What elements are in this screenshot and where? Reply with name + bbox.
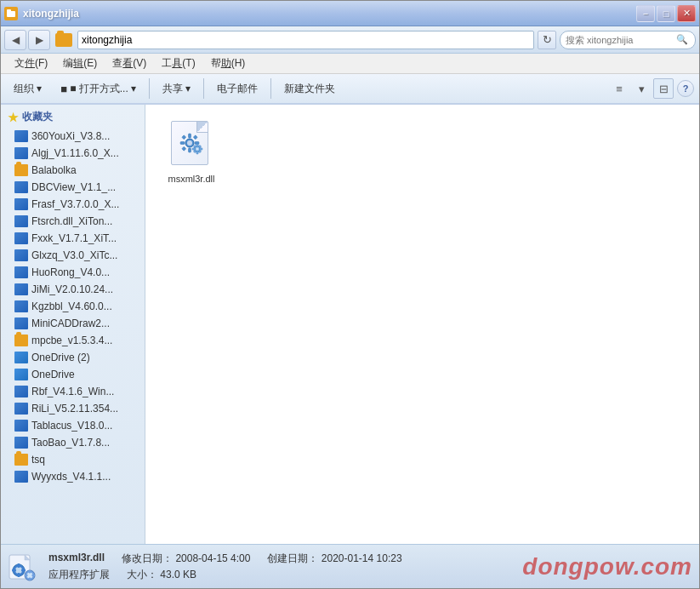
- svg-point-13: [196, 147, 199, 151]
- sidebar-item-rili[interactable]: RiLi_V5.2.11.354...: [1, 400, 145, 417]
- svg-point-31: [27, 572, 33, 578]
- menu-view[interactable]: 查看(V): [105, 54, 153, 72]
- nav-buttons: ◀ ▶: [4, 30, 50, 50]
- sidebar-item-dbcview[interactable]: DBCView_V1.1_...: [1, 179, 145, 196]
- file-name: msxml3r.dll: [168, 173, 214, 185]
- status-line-1: msxml3r.dll 修改日期： 2008-04-15 4:00 创建日期： …: [48, 552, 512, 566]
- sidebar-item-balabolka[interactable]: Balabolka: [1, 162, 145, 179]
- title-bar-controls: − □ ✕: [636, 5, 696, 22]
- status-info: msxml3r.dll 修改日期： 2008-04-15 4:00 创建日期： …: [48, 552, 512, 582]
- svg-rect-15: [196, 151, 198, 154]
- status-bar: msxml3r.dll 修改日期： 2008-04-15 4:00 创建日期： …: [1, 544, 699, 588]
- search-box: 🔍: [560, 31, 696, 49]
- help-button[interactable]: ?: [677, 80, 694, 97]
- sidebar-item-onedrive[interactable]: OneDrive: [1, 366, 145, 383]
- share-button[interactable]: 共享 ▾: [155, 78, 198, 100]
- svg-rect-17: [199, 148, 202, 150]
- maximize-button[interactable]: □: [657, 5, 675, 22]
- folder-icon: [14, 335, 28, 346]
- minimize-button[interactable]: −: [636, 5, 655, 22]
- sidebar-item-fxxk[interactable]: Fxxk_V1.7.1_XiT...: [1, 230, 145, 247]
- title-bar-left: xitongzhijia: [4, 7, 79, 20]
- file-area[interactable]: msxml3r.dll: [145, 105, 699, 544]
- favorites-star-icon: ★: [8, 111, 19, 124]
- sidebar-item-glxzq[interactable]: Glxzq_V3.0_XiTc...: [1, 247, 145, 264]
- app-icon: [14, 300, 28, 312]
- sidebar-item-minicad[interactable]: MiniCADDraw2...: [1, 315, 145, 332]
- app-icon: [14, 181, 28, 193]
- svg-point-25: [15, 567, 22, 574]
- address-input[interactable]: [77, 31, 534, 49]
- back-button[interactable]: ◀: [4, 30, 26, 50]
- sidebar-item-algj[interactable]: Algj_V1.11.6.0_X...: [1, 145, 145, 162]
- view-list-button[interactable]: ≡: [609, 78, 629, 99]
- sidebar-item-kgzbbl[interactable]: Kgzbbl_V4.60.0...: [1, 298, 145, 315]
- open-icon: ■: [60, 83, 67, 95]
- open-with-button[interactable]: ■ ■ 打开方式... ▾: [53, 78, 144, 100]
- sidebar-scroll[interactable]: ★ 收藏夹 360YouXi_V3.8... Algj_V1.11.6.0_X.…: [1, 105, 145, 544]
- window-title: xitongzhijia: [23, 8, 79, 20]
- view-dropdown-button[interactable]: ▾: [631, 78, 652, 99]
- toolbar-separator-1: [149, 78, 150, 99]
- status-line-2: 应用程序扩展 大小： 43.0 KB: [48, 568, 512, 582]
- status-modified: 修改日期： 2008-04-15 4:00: [122, 552, 250, 566]
- app-icon: [14, 403, 28, 415]
- app-icon: [14, 249, 28, 261]
- svg-rect-10: [182, 146, 186, 151]
- menu-file[interactable]: 文件(F): [8, 54, 54, 72]
- close-button[interactable]: ✕: [677, 5, 696, 22]
- cloud-icon: [14, 352, 28, 363]
- sidebar: ★ 收藏夹 360YouXi_V3.8... Algj_V1.11.6.0_X.…: [1, 105, 145, 544]
- svg-rect-28: [12, 569, 16, 571]
- search-icon[interactable]: 🔍: [676, 34, 688, 45]
- sidebar-item-rbf[interactable]: Rbf_V4.1.6_Win...: [1, 383, 145, 400]
- menu-edit[interactable]: 编辑(E): [56, 54, 104, 72]
- app-icon: [14, 317, 28, 329]
- watermark: dongpow.com: [522, 553, 692, 580]
- main-content: ★ 收藏夹 360YouXi_V3.8... Algj_V1.11.6.0_X.…: [1, 105, 699, 544]
- toolbar-separator-2: [203, 78, 204, 99]
- svg-rect-8: [182, 135, 186, 140]
- forward-button[interactable]: ▶: [28, 30, 50, 50]
- sidebar-header: ★ 收藏夹: [1, 105, 145, 128]
- menu-tools[interactable]: 工具(T): [155, 54, 202, 72]
- svg-rect-33: [29, 577, 31, 580]
- cloud-icon: [14, 369, 28, 380]
- svg-rect-14: [196, 144, 198, 147]
- refresh-button[interactable]: ↻: [538, 31, 556, 49]
- sidebar-item-360youxi[interactable]: 360YouXi_V3.8...: [1, 128, 145, 145]
- file-item-msxml3r[interactable]: msxml3r.dll: [157, 117, 225, 188]
- main-window: xitongzhijia − □ ✕ ◀ ▶ ↻ 🔍 文件(F) 编辑(E) 查…: [0, 0, 700, 589]
- sidebar-item-taobao[interactable]: TaoBao_V1.7.8...: [1, 434, 145, 451]
- app-icon: [14, 283, 28, 295]
- folder-icon: [55, 33, 72, 47]
- email-button[interactable]: 电子邮件: [209, 78, 265, 100]
- sidebar-item-tsq[interactable]: tsq: [1, 451, 145, 468]
- svg-rect-27: [18, 573, 20, 577]
- app-icon: [14, 471, 28, 483]
- sidebar-item-huorong[interactable]: HuoRong_V4.0...: [1, 264, 145, 281]
- svg-rect-32: [29, 570, 31, 574]
- menu-help[interactable]: 帮助(H): [204, 54, 253, 72]
- sidebar-item-mpcbe[interactable]: mpcbe_v1.5.3.4...: [1, 332, 145, 349]
- sidebar-item-ftsrch[interactable]: Ftsrch.dll_XiTon...: [1, 213, 145, 230]
- status-filename: msxml3r.dll: [48, 552, 105, 566]
- toolbar: 组织 ▾ ■ ■ 打开方式... ▾ 共享 ▾ 电子邮件 新建文件夹 ≡ ▾ ⊟…: [1, 74, 699, 105]
- view-buttons: ≡ ▾ ⊟: [609, 78, 674, 99]
- organize-button[interactable]: 组织 ▾: [6, 78, 49, 100]
- sidebar-item-tablacus[interactable]: Tablacus_V18.0...: [1, 417, 145, 434]
- svg-rect-16: [192, 148, 196, 150]
- app-icon: [14, 437, 28, 449]
- search-input[interactable]: [566, 35, 676, 45]
- sidebar-item-wyyxds[interactable]: Wyyxds_V4.1.1...: [1, 468, 145, 485]
- menu-bar: 文件(F) 编辑(E) 查看(V) 工具(T) 帮助(H): [1, 54, 699, 74]
- status-size: 大小： 43.0 KB: [127, 568, 196, 582]
- sidebar-item-jimi[interactable]: JiMi_V2.0.10.24...: [1, 281, 145, 298]
- view-details-button[interactable]: ⊟: [653, 78, 674, 99]
- new-folder-button[interactable]: 新建文件夹: [276, 78, 343, 100]
- svg-point-3: [187, 140, 192, 146]
- sidebar-item-frasf[interactable]: Frasf_V3.7.0.0_X...: [1, 196, 145, 213]
- sidebar-item-onedrive2[interactable]: OneDrive (2): [1, 349, 145, 366]
- svg-rect-5: [189, 148, 191, 152]
- address-bar: ◀ ▶ ↻ 🔍: [1, 26, 699, 54]
